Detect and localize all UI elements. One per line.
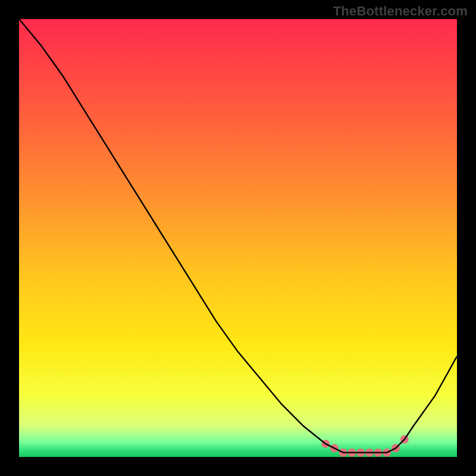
chart-plot-area (19, 19, 457, 457)
watermark-text: TheBottlenecker.com (333, 4, 468, 19)
chart-svg (19, 19, 457, 457)
gradient-background (19, 19, 457, 457)
